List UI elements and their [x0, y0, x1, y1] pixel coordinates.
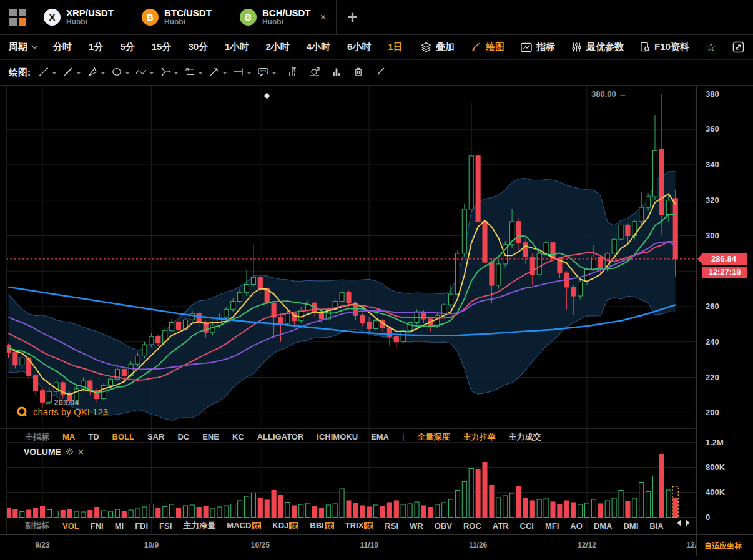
layers-icon — [421, 42, 431, 52]
arrow-icon — [209, 66, 220, 80]
sub-indicator-item-DMI[interactable]: DMI — [623, 521, 638, 531]
sub-indicator-item-MI[interactable]: MI — [115, 521, 124, 531]
sub-indicator-item-MFI[interactable]: MFI — [545, 521, 559, 531]
period-item-30分[interactable]: 30分 — [188, 41, 208, 53]
f10-info-button[interactable]: F10资料 — [640, 41, 689, 53]
period-item-2小时[interactable]: 2小时 — [265, 41, 289, 53]
arrow-tool[interactable] — [209, 66, 227, 80]
measure-tool[interactable] — [233, 66, 252, 80]
ellipse-dropdown-caret[interactable] — [125, 72, 130, 74]
optimal-params-button[interactable]: 最优参数 — [571, 41, 624, 53]
main-indicator-item-ICHIMOKU[interactable]: ICHIMOKU — [317, 432, 358, 441]
qkl123-logo-icon — [16, 406, 28, 418]
main-indicator-item-KC[interactable]: KC — [232, 432, 244, 441]
gann-dropdown-caret[interactable] — [198, 72, 203, 74]
sub-indicator-item-CCI[interactable]: CCI — [520, 521, 534, 531]
price-chart[interactable] — [6, 86, 697, 534]
favorite-star-icon[interactable]: ☆ — [706, 40, 716, 54]
sub-indicator-item-FSI[interactable]: FSI — [159, 521, 172, 531]
period-item-1分[interactable]: 1分 — [89, 41, 103, 53]
polyline-tool[interactable] — [62, 66, 81, 80]
sub-indicator-item-DMA[interactable]: DMA — [594, 521, 613, 531]
gann-tool[interactable]: G — [184, 66, 203, 80]
callout-dropdown-caret[interactable] — [272, 72, 277, 74]
sub-indicator-item-FDI[interactable]: FDI — [135, 521, 148, 531]
main-indicator-item-DC[interactable]: DC — [177, 432, 189, 441]
sub-indicator-item-VOL[interactable]: VOL — [62, 521, 79, 531]
volume-settings-button[interactable] — [66, 448, 74, 456]
sub-indicator-item-TRIX[interactable]: TRIX优 — [345, 521, 374, 531]
sub-indicator-item-BBI[interactable]: BBI优 — [310, 521, 333, 531]
channel-tool[interactable] — [87, 66, 106, 80]
app-menu-button[interactable] — [0, 0, 36, 34]
period-item-6小时[interactable]: 6小时 — [347, 41, 371, 53]
sub-indicator-item-OBV[interactable]: OBV — [435, 521, 452, 531]
main-indicator-item-ENE[interactable]: ENE — [202, 432, 219, 441]
current-price-tag: 286.84 — [697, 253, 747, 265]
sub-indicator-item-ROC[interactable]: ROC — [463, 521, 481, 531]
main-indicator-item-主力成交[interactable]: 主力成交 — [509, 431, 541, 443]
main-indicator-item-TD[interactable]: TD — [88, 432, 99, 441]
adaptive-coords-toggle[interactable]: 自适应坐标 — [704, 541, 742, 551]
histogram-tool[interactable] — [331, 66, 342, 80]
callout-tool[interactable]: 123 — [257, 66, 277, 80]
tab-bch[interactable]: BBCH/USDTHuobi× — [232, 0, 337, 34]
sub-indicator-item-ATR[interactable]: ATR — [493, 521, 509, 531]
main-indicator-item-MA[interactable]: MA — [62, 432, 75, 441]
scroll-right-icon[interactable] — [686, 519, 690, 526]
period-item-5分[interactable]: 5分 — [120, 41, 134, 53]
volume-close-button[interactable]: × — [78, 446, 84, 457]
delete-tool[interactable] — [353, 66, 364, 80]
period-item-1日[interactable]: 1日 — [388, 41, 402, 53]
main-indicator-item-SAR[interactable]: SAR — [147, 432, 164, 441]
sub-indicator-item-MACD[interactable]: MACD优 — [227, 521, 261, 531]
main-indicator-item-全量深度[interactable]: 全量深度 — [418, 431, 450, 443]
add-tab-button[interactable]: + — [337, 0, 368, 34]
indicator-button[interactable]: 指标 — [521, 41, 555, 53]
period-item-1小时[interactable]: 1小时 — [225, 41, 249, 53]
sub-indicator-item-主力净量[interactable]: 主力净量 — [183, 520, 215, 531]
ellipse-icon — [111, 66, 122, 80]
sub-indicator-item-WR[interactable]: WR — [410, 521, 423, 531]
period-label: 周期 — [9, 41, 27, 53]
wave-tool[interactable] — [135, 66, 154, 80]
period-item-15分[interactable]: 15分 — [152, 41, 172, 53]
period-item-4小时[interactable]: 4小时 — [307, 41, 330, 53]
price-tick-200: 200 — [706, 408, 719, 418]
overlay-button[interactable]: 叠加 — [421, 41, 455, 53]
sub-indicator-item-BIA[interactable]: BIA — [649, 521, 663, 531]
polyline-dropdown-caret[interactable] — [76, 72, 81, 74]
brush-tool[interactable] — [375, 66, 386, 80]
trend-line-dropdown-caret[interactable] — [52, 72, 57, 74]
tab-xrp[interactable]: XXRP/USDTHuobi — [36, 0, 134, 34]
ellipse-tool[interactable] — [111, 66, 130, 80]
trend-line-tool[interactable] — [38, 66, 57, 80]
sub-indicator-item-FNI[interactable]: FNI — [91, 521, 104, 531]
wave-dropdown-caret[interactable] — [149, 72, 154, 74]
scroll-left-icon[interactable] — [677, 519, 681, 526]
pitchfork-icon — [160, 66, 171, 80]
tab-close-icon[interactable]: × — [320, 11, 327, 24]
cycle-tool[interactable] — [309, 66, 320, 80]
arrow-dropdown-caret[interactable] — [222, 72, 227, 74]
pitchfork-dropdown-caret[interactable] — [174, 72, 179, 74]
flag-column-tool[interactable] — [287, 66, 298, 80]
main-indicator-item-ALLIGATOR[interactable]: ALLIGATOR — [257, 432, 304, 441]
period-label-group[interactable]: 周期 — [9, 41, 38, 53]
main-indicator-item-主力挂单[interactable]: 主力挂单 — [463, 431, 496, 443]
pitchfork-tool[interactable] — [160, 66, 179, 80]
sub-indicator-item-RSI[interactable]: RSI — [385, 521, 398, 531]
draw-button[interactable]: 绘图 — [471, 41, 504, 53]
main-indicator-item-EMA[interactable]: EMA — [371, 432, 389, 441]
period-item-分时[interactable]: 分时 — [53, 41, 72, 53]
main-indicator-item-BOLL[interactable]: BOLL — [112, 432, 134, 441]
time-label-11-10: 11/10 — [360, 541, 378, 549]
sub-indicator-label: 副指标 — [25, 520, 49, 531]
tab-btc[interactable]: BBTC/USDTHuobi — [134, 0, 232, 34]
channel-dropdown-caret[interactable] — [101, 72, 106, 74]
sub-indicator-item-AO[interactable]: AO — [570, 521, 583, 531]
measure-dropdown-caret[interactable] — [247, 72, 252, 74]
toolbar-right-tools: 叠加绘图指标最优参数F10资料☆ — [421, 40, 744, 54]
fullscreen-button[interactable] — [732, 41, 744, 53]
sub-indicator-item-KDJ[interactable]: KDJ优 — [272, 521, 298, 531]
